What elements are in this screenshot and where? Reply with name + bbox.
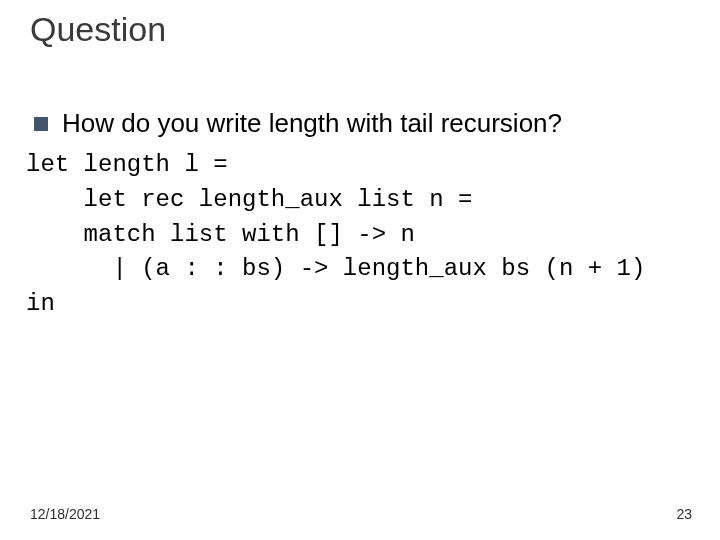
footer-date: 12/18/2021 — [30, 506, 100, 522]
slide-title: Question — [30, 10, 166, 49]
question-text: How do you write length with tail recurs… — [62, 108, 562, 139]
bullet-row: How do you write length with tail recurs… — [34, 108, 690, 139]
square-bullet-icon — [34, 117, 48, 131]
footer-page-number: 23 — [676, 506, 692, 522]
code-block: let length l = let rec length_aux list n… — [26, 148, 645, 322]
